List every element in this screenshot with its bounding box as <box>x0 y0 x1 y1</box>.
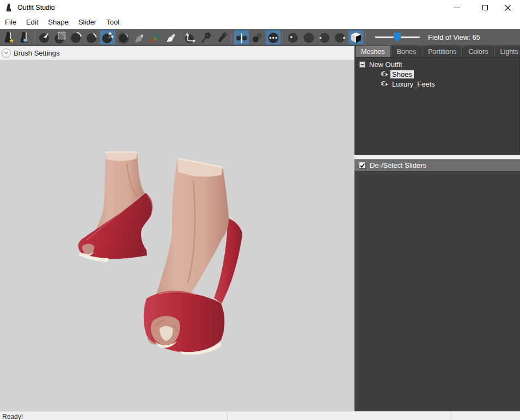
pin-vertex-icon[interactable] <box>198 30 214 45</box>
transform-icon[interactable] <box>182 30 198 45</box>
status-bar: Ready! <box>0 411 520 420</box>
maximize-button[interactable] <box>473 0 498 15</box>
brush-color-icon[interactable] <box>147 30 163 45</box>
deselect-sliders-label[interactable]: De-/Select Sliders <box>370 161 426 169</box>
tab-meshes[interactable]: Meshes <box>356 46 390 57</box>
maximize-icon <box>482 5 488 10</box>
fov-slider[interactable] <box>375 30 420 45</box>
right-panel: Meshes Bones Partitions Colors Lights Ne… <box>354 46 520 411</box>
deselect-sliders-checkbox[interactable] <box>359 162 366 169</box>
menu-shape[interactable]: Shape <box>43 16 74 28</box>
tree-row-luxury-feets[interactable]: Luxury_Feets <box>355 79 519 89</box>
panel-splitter[interactable] <box>354 155 520 159</box>
connected-only-icon[interactable] <box>249 30 265 45</box>
brush-smooth-icon[interactable] <box>115 30 131 45</box>
tree-row-root[interactable]: New Outfit <box>355 59 519 69</box>
collapse-icon[interactable] <box>359 62 365 68</box>
fov-label: Field of View: 65 <box>428 33 480 41</box>
toolbar-separator <box>231 32 232 44</box>
minimize-icon <box>454 8 460 8</box>
panel-tabs: Meshes Bones Partitions Colors Lights <box>354 46 520 57</box>
tree-root-label: New Outfit <box>369 60 402 69</box>
brush-deflate-icon[interactable] <box>84 30 100 45</box>
eye-icon[interactable] <box>380 81 389 87</box>
status-message: Ready! <box>2 413 23 420</box>
toolbar-separator <box>180 32 181 44</box>
tree-item-luxury-feets[interactable]: Luxury_Feets <box>390 80 437 88</box>
light-toggle-2-icon[interactable] <box>301 30 316 45</box>
light-toggle-3-icon[interactable] <box>316 30 332 45</box>
toolbar-separator <box>34 32 35 44</box>
toolbar: Field of View: 65 <box>0 29 520 46</box>
title-bar: Outfit Studio <box>0 0 520 15</box>
sliders-header: De-/Select Sliders <box>354 159 520 171</box>
brush-inflate-icon[interactable] <box>68 30 84 45</box>
eye-icon[interactable] <box>380 71 389 77</box>
model-canvas <box>0 60 354 411</box>
brush-move-icon[interactable] <box>100 30 115 45</box>
brush-alpha-icon[interactable] <box>163 30 179 45</box>
brush-settings-label: Brush Settings <box>14 49 60 57</box>
model-left-foot <box>78 152 153 262</box>
menu-tool[interactable]: Tool <box>101 16 124 28</box>
menu-edit[interactable]: Edit <box>21 16 43 28</box>
light-toggle-1-icon[interactable] <box>285 30 301 45</box>
tab-bones[interactable]: Bones <box>391 46 421 57</box>
close-icon <box>505 5 511 11</box>
status-separator <box>451 412 451 420</box>
pencil-icon[interactable] <box>214 30 230 45</box>
project-new-icon[interactable] <box>1 30 17 45</box>
brush-settings-header[interactable]: Brush Settings <box>0 46 354 60</box>
project-load-icon[interactable] <box>17 30 33 45</box>
global-brush-icon[interactable] <box>265 30 281 45</box>
tree-item-shoes[interactable]: Shoes <box>390 70 414 78</box>
tree-row-shoes[interactable]: Shoes <box>355 69 519 79</box>
tab-lights[interactable]: Lights <box>494 46 520 57</box>
status-separator <box>227 412 228 420</box>
close-button[interactable] <box>495 0 520 15</box>
menu-bar: File Edit Shape Slider Tool <box>0 15 520 29</box>
toolbar-separator <box>365 32 366 44</box>
brush-mask-icon[interactable] <box>52 30 68 45</box>
tab-colors[interactable]: Colors <box>463 46 493 57</box>
brush-weight-icon[interactable] <box>131 30 147 45</box>
model-right-foot <box>144 159 242 355</box>
minimize-button[interactable] <box>444 0 469 15</box>
app-icon <box>5 3 14 12</box>
viewport-3d[interactable] <box>0 60 354 411</box>
tab-partitions[interactable]: Partitions <box>423 46 462 57</box>
sliders-list-area[interactable] <box>354 171 520 411</box>
mesh-tree: New Outfit Shoes Luxury_Feets <box>354 57 520 155</box>
toolbar-separator <box>283 32 283 44</box>
check-icon <box>359 162 365 168</box>
light-toggle-4-icon[interactable] <box>332 30 348 45</box>
menu-slider[interactable]: Slider <box>74 16 101 28</box>
window-title: Outfit Studio <box>17 4 55 11</box>
brush-select-icon[interactable] <box>36 30 52 45</box>
chevron-down-icon[interactable] <box>2 48 11 58</box>
fov-slider-handle[interactable] <box>394 33 401 42</box>
perspective-cube-icon[interactable] <box>348 30 364 45</box>
mirror-x-icon[interactable] <box>234 30 249 45</box>
menu-file[interactable]: File <box>0 16 21 28</box>
